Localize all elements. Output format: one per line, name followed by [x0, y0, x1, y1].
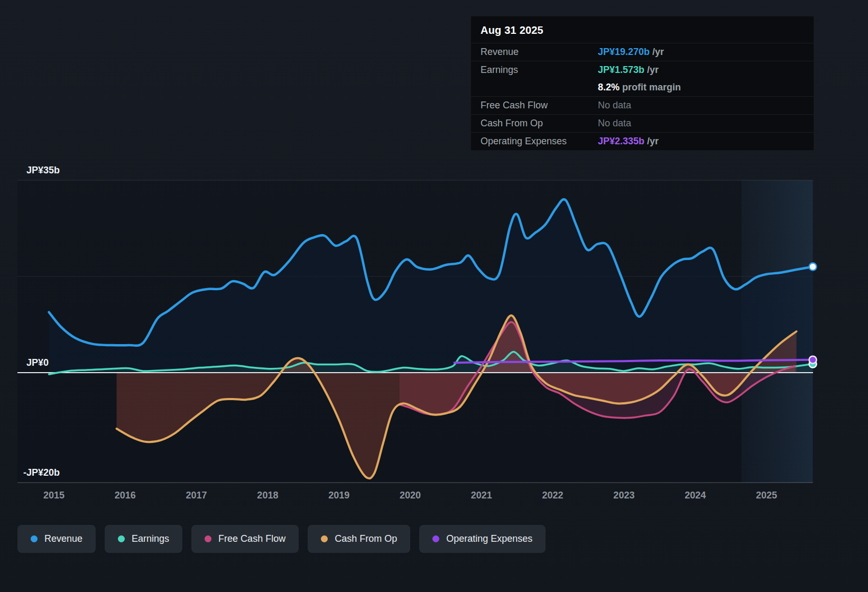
tooltip-row-cash-from-op: Cash From Op No data [471, 114, 814, 132]
legend: Revenue Earnings Free Cash Flow Cash Fro… [17, 525, 546, 553]
tooltip: Aug 31 2025 Revenue JP¥19.270b /yr Earni… [470, 16, 814, 151]
legend-item-revenue[interactable]: Revenue [17, 525, 96, 553]
tooltip-label: Operating Expenses [481, 136, 598, 147]
tooltip-value: No data [598, 118, 804, 129]
tooltip-value: JP¥1.573b /yr [598, 64, 804, 76]
legend-label: Cash From Op [335, 533, 397, 544]
tooltip-row-free-cash-flow: Free Cash Flow No data [471, 96, 814, 114]
operating-expenses-dot-icon [432, 535, 439, 542]
revenue-dot-icon [31, 535, 38, 542]
tooltip-label: Earnings [481, 64, 598, 76]
cash-from-op-dot-icon [321, 535, 328, 542]
free-cash-flow-dot-icon [205, 535, 211, 542]
tooltip-row-revenue: Revenue JP¥19.270b /yr [471, 43, 814, 61]
tooltip-value: JP¥2.335b /yr [598, 136, 804, 147]
tooltip-label: Free Cash Flow [481, 100, 598, 111]
tooltip-value: JP¥19.270b /yr [598, 47, 804, 58]
legend-label: Earnings [132, 533, 169, 544]
series-revenue-end-marker [809, 263, 817, 271]
tooltip-value: 8.2% profit margin [598, 82, 804, 93]
series-operating-expenses-end-marker [809, 356, 817, 364]
legend-label: Free Cash Flow [218, 533, 285, 544]
tooltip-row-profit-margin: 8.2% profit margin [471, 79, 814, 96]
tooltip-row-operating-expenses: Operating Expenses JP¥2.335b /yr [471, 132, 814, 150]
legend-item-free-cash-flow[interactable]: Free Cash Flow [191, 525, 299, 553]
tooltip-label: Cash From Op [481, 118, 598, 129]
legend-item-cash-from-op[interactable]: Cash From Op [308, 525, 410, 553]
tooltip-value: No data [598, 100, 804, 111]
legend-label: Operating Expenses [446, 533, 532, 544]
tooltip-label: Revenue [481, 47, 598, 58]
tooltip-date: Aug 31 2025 [471, 16, 814, 43]
legend-item-earnings[interactable]: Earnings [105, 525, 182, 553]
earnings-dot-icon [118, 535, 125, 542]
chart-page: Aug 31 2025 Revenue JP¥19.270b /yr Earni… [0, 0, 868, 592]
legend-label: Revenue [44, 533, 82, 544]
legend-item-operating-expenses[interactable]: Operating Expenses [419, 525, 546, 553]
tooltip-row-earnings: Earnings JP¥1.573b /yr [471, 61, 814, 79]
